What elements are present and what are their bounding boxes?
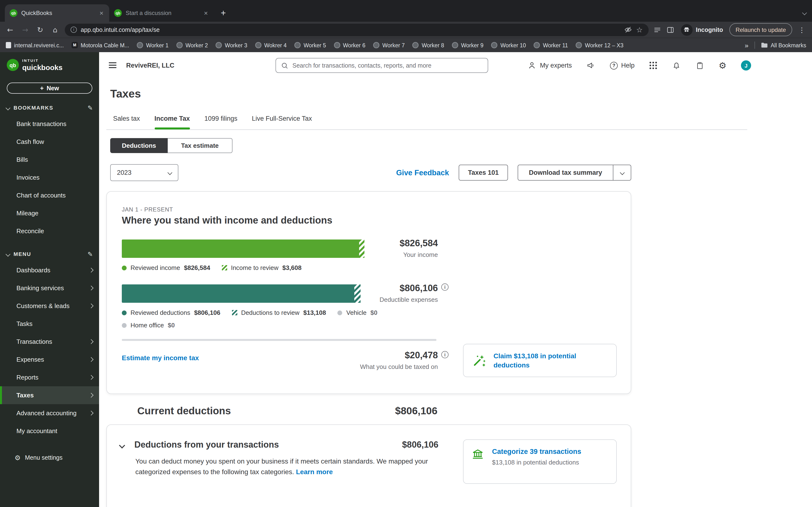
sidebar-item-invoices[interactable]: Invoices: [0, 169, 99, 186]
sidebar-item-banking-services[interactable]: Banking services: [0, 279, 99, 297]
avatar[interactable]: J: [741, 60, 751, 70]
reload-icon[interactable]: ↻: [35, 25, 45, 34]
year-select[interactable]: 2023: [110, 164, 179, 181]
sidebar-item-transactions[interactable]: Transactions: [0, 333, 99, 350]
tab-income-tax[interactable]: Income Tax: [154, 115, 190, 129]
bookmarks-overflow-icon[interactable]: »: [745, 41, 749, 49]
reading-list-icon[interactable]: [653, 25, 661, 34]
sidebar-item-label: Cash flow: [16, 138, 44, 145]
settings-gear-icon[interactable]: ⚙: [719, 60, 726, 70]
tab-close-icon[interactable]: ×: [203, 9, 209, 17]
help-button[interactable]: ? Help: [610, 62, 635, 69]
company-name: ReviveREI, LLC: [126, 62, 174, 69]
chevron-right-icon: [89, 286, 94, 290]
menu-settings-button[interactable]: ⚙ Menu settings: [14, 454, 63, 462]
sidebar-item-label: Bills: [16, 156, 28, 163]
toggle-tax-estimate[interactable]: Tax estimate: [168, 138, 233, 153]
tab-close-icon[interactable]: ×: [99, 9, 104, 17]
bookmark-item[interactable]: Worker 1: [137, 42, 169, 48]
bookmark-item[interactable]: Worker 7: [373, 42, 405, 48]
relaunch-to-update-button[interactable]: Relaunch to update: [729, 23, 792, 36]
sidebar-item-my-accountant[interactable]: My accountant: [0, 422, 99, 440]
taxes-101-button[interactable]: Taxes 101: [459, 165, 508, 181]
sidebar-item-customers-leads[interactable]: Customers & leads: [0, 297, 99, 315]
bookmark-item[interactable]: Worker 11: [534, 42, 568, 48]
estimate-income-tax-link[interactable]: Estimate my income tax: [122, 354, 199, 362]
all-bookmarks-button[interactable]: All Bookmarks: [761, 42, 806, 48]
bookmark-item[interactable]: Worker 5: [294, 42, 326, 48]
bookmark-favicon-icon: [294, 42, 301, 48]
download-tax-summary-button[interactable]: Download tax summary: [518, 165, 613, 181]
info-icon[interactable]: i: [441, 283, 449, 291]
bank-icon: [471, 448, 484, 461]
new-tab-button[interactable]: +: [216, 6, 230, 20]
bookmark-item[interactable]: Worker 3: [215, 42, 247, 48]
sidebar-item-reconcile[interactable]: Reconcile: [0, 222, 99, 240]
bookmark-item[interactable]: Worker 2: [176, 42, 208, 48]
sidebar-item-mileage[interactable]: Mileage: [0, 204, 99, 222]
tab-1099-filings[interactable]: 1099 filings: [204, 115, 238, 129]
tab-sales-tax[interactable]: Sales tax: [113, 115, 140, 129]
collapse-section-button[interactable]: [120, 441, 124, 450]
learn-more-link[interactable]: Learn more: [296, 468, 333, 475]
section-amount: $806,106: [293, 440, 439, 450]
download-options-caret[interactable]: [613, 165, 631, 181]
bookmark-item[interactable]: Worker 12 – X3: [576, 42, 623, 48]
back-icon[interactable]: ←: [5, 25, 15, 34]
sidebar-item-expenses[interactable]: Expenses: [0, 350, 99, 369]
sidebar-item-chart-of-accounts[interactable]: Chart of accounts: [0, 186, 99, 204]
bookmark-item[interactable]: internal.reviverei.c...: [6, 42, 64, 48]
sidebar-item-dashboards[interactable]: Dashboards: [0, 261, 99, 279]
edit-pencil-icon[interactable]: ✎: [88, 250, 93, 258]
sidebar-item-bank-transactions[interactable]: Bank transactions: [0, 115, 99, 133]
bookmark-item[interactable]: Worker 10: [491, 42, 526, 48]
browser-tab-discussion[interactable]: qb Start a discussion ×: [109, 4, 214, 22]
sidebar-item-cash-flow[interactable]: Cash flow: [0, 133, 99, 151]
new-button[interactable]: + New: [7, 82, 92, 94]
forward-icon[interactable]: →: [20, 25, 31, 34]
menu-section-header[interactable]: MENU ✎: [0, 247, 99, 261]
address-bar[interactable]: i app.qbo.intuit.com/app/tax/se ☆: [65, 23, 648, 36]
tab-live-full-service-tax[interactable]: Live Full-Service Tax: [252, 115, 312, 129]
my-experts-button[interactable]: My experts: [527, 61, 572, 70]
sidebar-item-reports[interactable]: Reports: [0, 369, 99, 386]
tab-search-icon[interactable]: [803, 8, 806, 16]
notifications-bell-icon[interactable]: [672, 61, 681, 70]
search-input[interactable]: [292, 62, 483, 69]
bookmark-item[interactable]: Worker 9: [452, 42, 484, 48]
give-feedback-link[interactable]: Give Feedback: [396, 168, 449, 177]
site-info-icon[interactable]: i: [70, 26, 77, 33]
deductions-amount-block: $806,106 Deductible expenses: [293, 283, 438, 303]
browser-tab-quickbooks[interactable]: qb QuickBooks ×: [5, 4, 109, 22]
edit-pencil-icon[interactable]: ✎: [88, 104, 93, 111]
home-icon[interactable]: ⌂: [50, 25, 60, 34]
categorize-transactions-callout[interactable]: Categorize 39 transactions $13,108 in po…: [463, 439, 617, 484]
collapse-menu-icon[interactable]: [109, 62, 116, 68]
eye-off-icon[interactable]: [624, 25, 632, 34]
tax-tabs: Sales tax Income Tax 1099 filings Live F…: [113, 115, 812, 129]
tasks-clipboard-icon[interactable]: [696, 61, 704, 70]
bookmarks-section-header[interactable]: BOOKMARKS ✎: [0, 101, 99, 115]
bookmark-item[interactable]: Wokrer 4: [255, 42, 287, 48]
legend-scrollbar[interactable]: [122, 339, 437, 341]
sidebar-item-advanced-accounting[interactable]: Advanced accounting: [0, 404, 99, 422]
tabs-divider: [106, 129, 747, 130]
global-search[interactable]: [275, 58, 488, 73]
bookmark-item[interactable]: MMotorola Cable M...: [71, 42, 129, 48]
url-text: app.qbo.intuit.com/app/tax/se: [81, 26, 160, 33]
sidebar-item-bills[interactable]: Bills: [0, 151, 99, 169]
bookmark-item[interactable]: Worker 8: [412, 42, 444, 48]
categorize-transactions-link: Categorize 39 transactions: [492, 448, 581, 455]
info-icon[interactable]: i: [441, 351, 449, 358]
sidebar-item-tasks[interactable]: Tasks: [0, 315, 99, 333]
toggle-deductions[interactable]: Deductions: [110, 138, 168, 153]
bookmark-item[interactable]: Worker 6: [334, 42, 365, 48]
side-panel-icon[interactable]: [666, 25, 674, 34]
claim-deductions-callout[interactable]: Claim $13,108 in potential deductions: [463, 344, 617, 377]
sidebar-item-taxes[interactable]: Taxes: [0, 386, 99, 404]
tab-label: Sales tax: [113, 115, 140, 122]
bookmark-star-icon[interactable]: ☆: [636, 25, 643, 34]
apps-grid-icon[interactable]: [649, 61, 657, 69]
browser-menu-icon[interactable]: ⋮: [797, 26, 807, 34]
megaphone-icon[interactable]: [586, 61, 596, 70]
